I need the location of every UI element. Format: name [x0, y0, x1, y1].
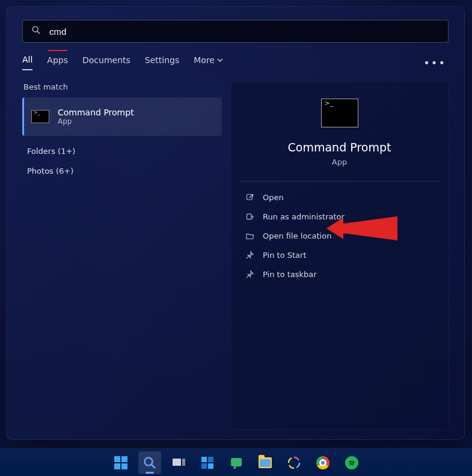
- result-subtitle: App: [58, 117, 134, 126]
- svg-rect-3: [247, 214, 252, 219]
- action-pin-to-taskbar[interactable]: Pin to taskbar: [239, 264, 440, 284]
- tab-all[interactable]: All: [22, 55, 32, 70]
- taskview-button[interactable]: [167, 451, 190, 474]
- spotify-icon: [345, 456, 358, 469]
- search-tabs: All Apps Documents Settings More •••: [22, 55, 449, 70]
- shield-icon: [245, 212, 254, 221]
- taskbar-app-messaging[interactable]: [225, 451, 248, 474]
- search-icon: [143, 456, 157, 470]
- search-button[interactable]: [138, 451, 161, 474]
- pin-icon: [245, 270, 254, 279]
- svg-rect-2: [247, 194, 253, 200]
- svg-rect-8: [182, 459, 185, 466]
- widgets-icon: [200, 456, 215, 470]
- taskbar-app-file-explorer[interactable]: [254, 451, 277, 474]
- search-input[interactable]: [49, 26, 440, 37]
- taskbar: [0, 448, 472, 476]
- annotation-underline: [48, 50, 67, 51]
- svg-line-1: [37, 31, 40, 34]
- svg-rect-10: [208, 457, 213, 462]
- chat-icon: [229, 456, 244, 470]
- svg-rect-12: [208, 463, 213, 469]
- overflow-menu-button[interactable]: •••: [423, 56, 449, 69]
- action-list: Open Run as administrator Open file loca…: [239, 188, 440, 284]
- results-column: Best match Command Prompt App Folders (1…: [22, 81, 222, 430]
- command-prompt-icon: [31, 110, 49, 123]
- start-button[interactable]: [109, 451, 132, 474]
- action-label: Run as administrator: [263, 212, 345, 221]
- best-match-label: Best match: [23, 82, 222, 91]
- best-match-result[interactable]: Command Prompt App: [22, 97, 222, 136]
- action-run-as-administrator[interactable]: Run as administrator: [239, 207, 440, 226]
- widgets-button[interactable]: [196, 451, 219, 474]
- svg-rect-11: [201, 463, 207, 469]
- circle-arrows-icon: [287, 456, 301, 470]
- search-box[interactable]: [22, 20, 449, 43]
- start-search-panel: All Apps Documents Settings More ••• Bes…: [6, 6, 465, 440]
- taskbar-app-spotify[interactable]: [340, 451, 363, 474]
- svg-rect-7: [173, 459, 181, 466]
- category-folders[interactable]: Folders (1+): [22, 147, 222, 156]
- svg-rect-13: [231, 458, 242, 466]
- search-icon: [31, 25, 41, 37]
- chevron-down-icon: [217, 57, 223, 63]
- svg-rect-9: [201, 457, 207, 462]
- folder-icon: [259, 457, 272, 468]
- preview-subtitle: App: [332, 157, 347, 166]
- svg-point-5: [144, 457, 152, 465]
- action-pin-to-start[interactable]: Pin to Start: [239, 245, 440, 264]
- preview-pane: Command Prompt App Open Run as administr…: [230, 81, 449, 430]
- svg-point-0: [32, 26, 38, 32]
- command-prompt-icon: [321, 99, 358, 127]
- tab-apps[interactable]: Apps: [47, 55, 68, 70]
- action-label: Open: [263, 193, 284, 202]
- taskview-icon: [171, 456, 186, 470]
- taskbar-app-generic[interactable]: [283, 451, 305, 474]
- divider: [239, 181, 440, 182]
- open-icon: [245, 193, 254, 202]
- result-title: Command Prompt: [58, 108, 134, 117]
- folder-icon: [245, 231, 254, 240]
- taskbar-app-chrome[interactable]: [311, 451, 334, 474]
- svg-line-6: [152, 465, 155, 468]
- action-label: Pin to Start: [263, 251, 306, 260]
- tab-documents[interactable]: Documents: [82, 55, 130, 70]
- action-open[interactable]: Open: [239, 188, 440, 207]
- chrome-icon: [316, 456, 329, 469]
- pin-icon: [245, 251, 254, 260]
- action-open-file-location[interactable]: Open file location: [239, 226, 440, 245]
- action-label: Open file location: [263, 231, 331, 240]
- category-photos[interactable]: Photos (6+): [22, 166, 222, 175]
- action-label: Pin to taskbar: [263, 270, 317, 279]
- preview-title: Command Prompt: [288, 141, 391, 154]
- windows-logo-icon: [114, 456, 127, 469]
- tab-settings[interactable]: Settings: [145, 55, 179, 70]
- tab-more[interactable]: More: [194, 55, 223, 70]
